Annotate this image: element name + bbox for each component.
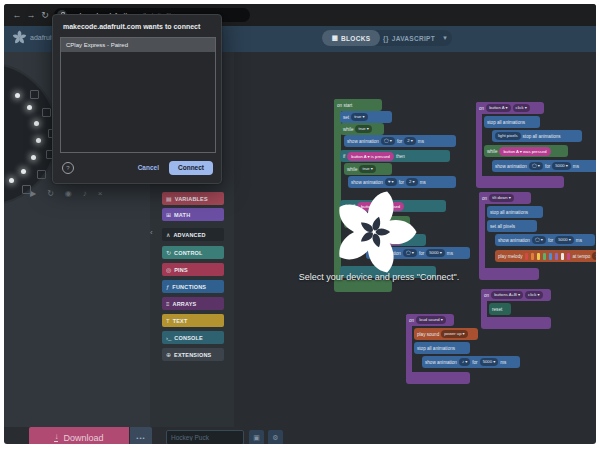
toolbox-category-pins[interactable]: ◎PINS [162, 263, 224, 276]
block-on-start[interactable]: ifbutton A ▾ is pressedthen [340, 150, 450, 162]
melody-key[interactable] [549, 253, 552, 260]
toolbox-category-math[interactable]: ⊞MATH [162, 208, 224, 221]
block-dropdown[interactable]: true ▾ [351, 113, 367, 121]
block-dropdown[interactable]: ◯ ▾ [529, 162, 543, 170]
block-dropdown[interactable]: tilt down ▾ [489, 194, 514, 202]
block-on-tilt-down[interactable]: ontilt down ▾ [479, 192, 531, 204]
melody-key[interactable] [543, 253, 546, 260]
melody-key[interactable] [555, 253, 558, 260]
block-on-start[interactable]: whiletrue ▾ [340, 123, 384, 135]
block-on-buttons-ab-click[interactable] [481, 317, 551, 329]
block-on-start[interactable]: settrue ▾ [340, 111, 392, 123]
restart-icon[interactable]: ↻ [47, 189, 54, 198]
block-on-tilt-down[interactable]: play melodyat tempo120 ▾ [495, 250, 596, 262]
block-on-loud-sound[interactable]: show animation♪ ▾for5000 ▾ms [422, 356, 520, 368]
block-dropdown[interactable]: true ▾ [355, 125, 371, 133]
javascript-icon: {} [383, 35, 389, 42]
melody-key[interactable] [561, 253, 564, 260]
block-on-buttons-ab-click[interactable]: onbuttons A+B ▾click ▾ [481, 289, 551, 301]
block-on-loud-sound[interactable]: stop all animations [414, 342, 470, 354]
block-on-loud-sound[interactable]: play soundpower up ▾ [414, 328, 478, 340]
block-dropdown[interactable]: 5000 ▾ [552, 162, 571, 170]
block-on-tilt-down[interactable]: show animation◯ ▾for5000 ▾ms [495, 234, 595, 246]
block-dropdown[interactable]: 5000 ▾ [555, 236, 574, 244]
debug-icon[interactable]: ◉ [65, 189, 72, 198]
tab-blocks[interactable]: ▦ BLOCKS [322, 30, 380, 46]
browser-refresh-icon[interactable]: ↻ [38, 10, 52, 20]
block-dropdown[interactable]: loud sound ▾ [416, 316, 446, 324]
melody-key[interactable] [537, 253, 540, 260]
block-dropdown[interactable]: 120 ▾ [592, 252, 596, 260]
block-dropdown[interactable]: 2 ▾ [404, 137, 416, 145]
block-dropdown[interactable]: ♥ ▾ [385, 178, 397, 186]
block-dropdown[interactable]: light pixels [495, 132, 521, 140]
browser-forward-icon[interactable]: → [24, 10, 38, 20]
board-pad [42, 108, 51, 117]
browser-back-icon[interactable]: ← [10, 10, 24, 20]
project-name-input[interactable] [166, 430, 244, 444]
block-on-start[interactable]: show animation◯ ▾for2 ▾ms [344, 135, 456, 147]
block-on-tilt-down[interactable]: set all pixels [487, 220, 537, 232]
toolbox-category-extensions[interactable]: ⊕EXTENSIONS [162, 348, 224, 361]
adafruit-flower-icon [12, 30, 27, 45]
block-on-button-a-click[interactable]: light pixelsstop all animations [492, 130, 582, 142]
fullscreen-icon[interactable]: × [98, 189, 103, 198]
block-on-start[interactable]: whiletrue ▾ [344, 163, 392, 175]
block-on-button-a-click[interactable]: stop all animations [484, 116, 540, 128]
block-dropdown[interactable]: button A ▾ [486, 104, 510, 112]
melody-key[interactable] [567, 253, 570, 260]
more-options-button[interactable]: ••• [130, 427, 152, 444]
condition-oval[interactable]: button A ▾ is pressed [347, 152, 394, 161]
block-on-start[interactable]: show animation♥ ▾for2 ▾ms [348, 176, 456, 188]
block-dropdown[interactable]: click ▾ [513, 104, 530, 112]
block-on-buttons-ab-click[interactable]: reset [489, 303, 511, 315]
block-dropdown[interactable]: click ▾ [525, 291, 542, 299]
toolbox-category-control[interactable]: ↻CONTROL [162, 246, 224, 259]
block-on-button-a-click[interactable] [476, 176, 564, 188]
melody-key[interactable] [525, 253, 528, 260]
toolbox-category-text[interactable]: TTEXT [162, 314, 224, 327]
neopixel-led [21, 169, 26, 174]
block-dropdown[interactable]: ◯ ▾ [381, 137, 395, 145]
advanced-icon: ∧ [166, 231, 170, 238]
block-dropdown[interactable]: buttons A+B ▾ [491, 291, 523, 299]
block-on-tilt-down[interactable]: stop all animations [487, 206, 543, 218]
block-on-button-a-click[interactable]: onbutton A ▾click ▾ [476, 102, 544, 114]
block-on-start[interactable]: on start [334, 99, 382, 111]
board-pad [37, 170, 46, 179]
melody-key[interactable] [531, 253, 534, 260]
adafruit-brand[interactable]: adafruit [12, 30, 53, 45]
device-list-item[interactable]: CPlay Express - Paired [61, 38, 215, 52]
cancel-button[interactable]: Cancel [138, 164, 159, 171]
settings-button[interactable]: ⚙ [268, 430, 283, 444]
toolbox-category-console[interactable]: ›_CONSOLE [162, 331, 224, 344]
adafruit-flower-logo [330, 188, 418, 276]
block-dropdown[interactable]: 5000 ▾ [480, 358, 499, 366]
block-dropdown[interactable]: ◯ ▾ [532, 236, 546, 244]
condition-oval[interactable]: button A ▾ was pressed [499, 147, 550, 156]
toolbox-category-arrays[interactable]: ≡ARRAYS [162, 297, 224, 310]
help-icon[interactable]: ? [62, 162, 74, 174]
block-on-loud-sound[interactable]: onloud sound ▾ [406, 314, 454, 326]
toolbox-category-advanced[interactable]: ∧ADVANCED [162, 228, 224, 241]
category-label: TEXT [173, 318, 188, 324]
device-list: CPlay Express - Paired [60, 37, 216, 153]
save-button[interactable]: ▣ [249, 430, 264, 444]
block-dropdown[interactable]: true ▾ [359, 165, 375, 173]
toolbox-category-functions[interactable]: ƒFUNCTIONS [162, 280, 224, 293]
toolbox-collapse-icon[interactable]: ‹ [150, 228, 153, 237]
block-dropdown[interactable]: ♪ ▾ [459, 358, 470, 366]
mute-icon[interactable]: ♪ [83, 189, 87, 198]
block-dropdown[interactable]: 5000 ▾ [426, 249, 445, 257]
download-button[interactable]: ↓ Download [29, 427, 129, 444]
chevron-down-icon[interactable]: ▾ [438, 34, 452, 42]
connect-button[interactable]: Connect [169, 161, 213, 175]
block-dropdown[interactable]: 2 ▾ [406, 178, 418, 186]
tab-javascript[interactable]: {} JAVASCRIPT [380, 30, 438, 46]
toolbox-category-variables[interactable]: ▤VARIABLES [162, 192, 224, 205]
block-on-loud-sound[interactable] [406, 372, 470, 384]
app-screen: ← → ↻ makecode.adafruit.com/beta#editor … [4, 4, 596, 444]
block-on-button-a-click[interactable]: whilebutton A ▾ was pressed [484, 145, 568, 157]
block-dropdown[interactable]: power up ▾ [441, 330, 468, 338]
block-on-button-a-click[interactable]: show animation◯ ▾for5000 ▾ms [492, 160, 596, 172]
